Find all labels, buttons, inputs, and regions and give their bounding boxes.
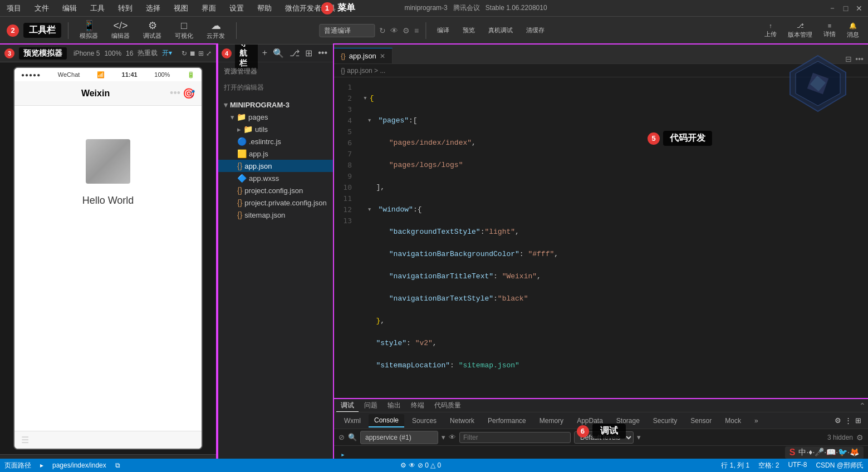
file-item-sitemap[interactable]: {} sitemap.json: [217, 209, 333, 221]
debug-tab-performance[interactable]: Performance: [482, 415, 532, 427]
file-item-appjson[interactable]: {} app.json: [217, 160, 333, 172]
visualize-tool-button[interactable]: □ 可视化: [170, 18, 198, 42]
debug-tab-mock[interactable]: Mock: [719, 415, 747, 427]
detail-button[interactable]: ≡ 详情: [819, 20, 840, 41]
debug-panel-tab-terminal[interactable]: 终端: [406, 400, 429, 411]
debug-panel-tab-quality[interactable]: 代码质量: [430, 400, 465, 411]
debug-tab-sensor[interactable]: Sensor: [685, 415, 717, 427]
panel-collapse-icon[interactable]: ⌃: [859, 401, 866, 410]
appservice-dropdown-icon[interactable]: ▾: [442, 433, 445, 441]
menu-icon[interactable]: ≡: [414, 26, 419, 35]
source-control-icon[interactable]: ⎇: [288, 47, 301, 60]
settings-icon[interactable]: ⚙: [403, 26, 410, 35]
maximize-button[interactable]: □: [841, 4, 850, 13]
search-icon[interactable]: 🔍: [272, 47, 285, 60]
status-settings-icon[interactable]: ⚙: [400, 461, 406, 469]
phone-avatar: [86, 139, 130, 184]
sim-stop-icon[interactable]: ⏹: [189, 50, 196, 57]
cloud-tool-button[interactable]: ☁ 云开发: [202, 18, 229, 42]
console-clear-icon[interactable]: ⊘: [339, 433, 345, 441]
file-item-appwxss[interactable]: 🔷 app.wxss: [217, 172, 333, 184]
debug-more-icon[interactable]: ⋮: [845, 416, 852, 425]
file-item-projectprivate[interactable]: {} project.private.config.json: [217, 196, 333, 209]
debug-settings-icon[interactable]: ⚙: [835, 416, 841, 425]
sim-refresh-icon[interactable]: ↻: [182, 50, 187, 57]
debug-right-controls: ⚙ ⋮ ⊞: [835, 416, 864, 425]
explorer-toolbar: 4 导航栏 + 🔍 ⎇ ⊞ •••: [217, 45, 333, 62]
notify-label: 消息: [847, 31, 859, 39]
toolbar-divider-1: [68, 22, 68, 39]
file-item-appjs[interactable]: 🟨 app.js: [217, 148, 333, 160]
menu-item-file[interactable]: 文件: [32, 2, 51, 14]
bottom-menu-icon[interactable]: ☰: [21, 435, 29, 445]
compile-action-button[interactable]: 编译: [433, 24, 454, 37]
menu-item-edit[interactable]: 编辑: [60, 2, 79, 14]
tab-close-icon[interactable]: ✕: [380, 52, 385, 60]
code-area[interactable]: ▾{ ▾ "pages":[ "pages/index/index", "pag…: [356, 77, 868, 398]
refresh-icon[interactable]: ↻: [379, 26, 386, 35]
version-button[interactable]: ⎇ 版本管理: [783, 20, 817, 41]
file-name-projectprivate: project.private.config.json: [244, 199, 326, 207]
file-item-pages[interactable]: ▾ 📁 pages: [217, 111, 333, 123]
debug-tab-wxml[interactable]: Wxml: [339, 415, 366, 427]
hotreload-toggle[interactable]: 开▾: [162, 48, 172, 58]
realtest-action-button[interactable]: 真机调试: [484, 24, 517, 37]
more-icon[interactable]: •••: [317, 47, 328, 60]
open-editors-header[interactable]: 打开的编辑器: [217, 81, 333, 95]
projectprivate-icon: {}: [237, 198, 242, 207]
debug-panel-tab-output[interactable]: 输出: [383, 400, 405, 411]
menu-item-tools[interactable]: 工具: [88, 2, 107, 14]
menu-item-interface[interactable]: 界面: [199, 2, 218, 14]
debug-tab-more[interactable]: »: [749, 415, 764, 427]
upload-button[interactable]: ↑ 上传: [760, 20, 781, 41]
clearcache-action-button[interactable]: 清缓存: [522, 24, 549, 37]
preview-action-button[interactable]: 预览: [458, 24, 479, 37]
status-copy-icon[interactable]: ⧉: [115, 461, 120, 469]
editor-tool-button[interactable]: </> 编辑器: [107, 18, 134, 42]
minimize-button[interactable]: －: [828, 4, 837, 13]
project-name: MINIPROGRAM-3: [230, 101, 290, 109]
project-root[interactable]: ▾ MINIPROGRAM-3: [217, 99, 333, 111]
sim-expand-icon[interactable]: ⤢: [206, 50, 212, 57]
phone-content: Hello World: [14, 106, 202, 431]
nav-more-icon[interactable]: •••: [170, 87, 180, 100]
eye-filter-icon[interactable]: 👁: [449, 433, 456, 441]
simulator-tool-button[interactable]: 📱 模拟器: [75, 18, 102, 42]
console-filter-icon[interactable]: 🔍: [348, 433, 357, 441]
editor-tab-appjson[interactable]: {} app.json ✕: [334, 48, 393, 63]
wifi-icon: 📶: [97, 71, 105, 78]
status-eye-icon[interactable]: 👁: [409, 461, 415, 469]
notify-button[interactable]: 🔔 消息: [842, 20, 864, 41]
debug-panel-tab-debug[interactable]: 调试: [336, 400, 359, 412]
breadcrumb-text: {} app.json > ...: [341, 67, 385, 75]
menu-item-select[interactable]: 选择: [144, 2, 163, 14]
status-arrow-icon: ▸: [40, 461, 43, 469]
compile-select[interactable]: 普通编译: [319, 24, 375, 37]
sim-crop-icon[interactable]: ⊞: [198, 50, 204, 57]
debug-tab-network[interactable]: Network: [444, 415, 480, 427]
debug-tab-memory[interactable]: Memory: [534, 415, 569, 427]
menu-bar: 项目 文件 编辑 工具 转到 选择 视图 界面 设置 帮助 微信开发者工具 1 …: [0, 0, 868, 17]
menu-item-goto[interactable]: 转到: [116, 2, 135, 14]
close-button[interactable]: ✕: [855, 4, 864, 13]
appservice-select[interactable]: appservice (#1): [360, 431, 438, 444]
hidden-settings-icon[interactable]: ⚙: [856, 433, 864, 442]
file-item-eslintrc[interactable]: 🔵 .eslintrc.js: [217, 135, 333, 148]
debug-tab-security[interactable]: Security: [648, 415, 683, 427]
debug-tab-console[interactable]: Console: [369, 414, 404, 427]
nav-camera-icon[interactable]: 🎯: [183, 87, 195, 100]
file-item-utils[interactable]: ▸ 📁 utils: [217, 123, 333, 135]
eye-icon[interactable]: 👁: [390, 26, 398, 35]
menu-item-settings[interactable]: 设置: [227, 2, 246, 14]
file-item-projectconfig[interactable]: {} project.config.json: [217, 184, 333, 196]
menu-item-project[interactable]: 项目: [4, 2, 23, 14]
debug-expand-icon[interactable]: ⊞: [855, 416, 861, 425]
settings-gear-icon[interactable]: ⊞: [304, 47, 313, 60]
filter-input[interactable]: [459, 432, 571, 443]
debug-tab-sources[interactable]: Sources: [406, 415, 442, 427]
new-file-icon[interactable]: +: [261, 47, 268, 60]
debugger-tool-button[interactable]: ⚙ 调试器: [139, 18, 166, 42]
menu-item-help[interactable]: 帮助: [255, 2, 274, 14]
debug-panel-tab-issues[interactable]: 问题: [360, 400, 382, 411]
menu-item-view[interactable]: 视图: [171, 2, 190, 14]
